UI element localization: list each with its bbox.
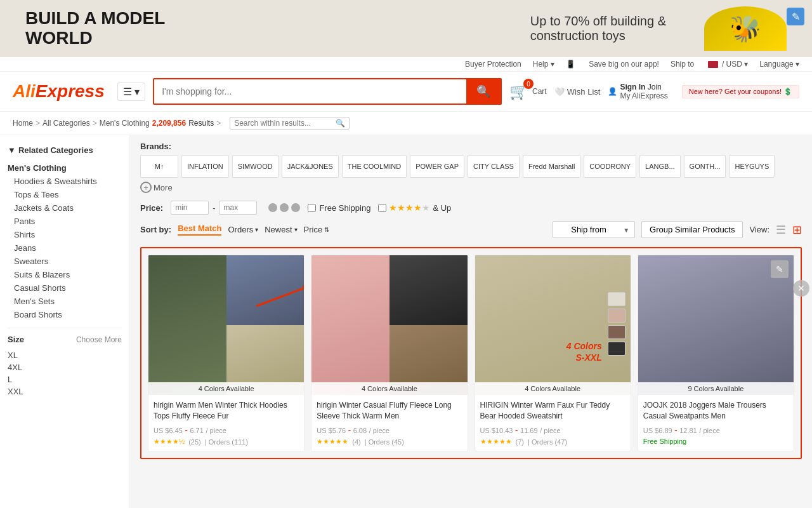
brand-button[interactable]: Fredd Marshall bbox=[523, 155, 580, 178]
slider-thumb-left[interactable] bbox=[268, 203, 277, 212]
sidebar-child-item[interactable]: Hoodies & Sweatshirts bbox=[8, 175, 122, 188]
brand-button[interactable]: THE COOLMIND bbox=[342, 155, 407, 178]
brand-buttons: M↑INFLATIONSIMWOODJACK&JONESTHE COOLMIND… bbox=[140, 155, 775, 178]
ship-from-button[interactable]: Ship from bbox=[553, 221, 635, 238]
slider-thumb-right[interactable] bbox=[291, 203, 300, 212]
search-within-icon[interactable]: 🔍 bbox=[336, 119, 345, 128]
star-checkbox[interactable] bbox=[378, 204, 386, 212]
breadcrumb-category[interactable]: Men's Clothing bbox=[100, 119, 150, 128]
sidebar-child-item[interactable]: Board Shorts bbox=[8, 308, 122, 321]
sort-newest[interactable]: Newest ▾ bbox=[265, 225, 297, 234]
sidebar-child-item[interactable]: Sweaters bbox=[8, 255, 122, 268]
sidebar-child-item[interactable]: Pants bbox=[8, 215, 122, 228]
my-aliexpress-link[interactable]: My AliExpress bbox=[620, 91, 667, 100]
group-products-button[interactable]: Group Similar Products bbox=[641, 221, 743, 238]
edit-overlay-button[interactable]: ✎ bbox=[771, 260, 789, 278]
size-item[interactable]: 4XL bbox=[8, 361, 122, 373]
sign-in-link[interactable]: Sign In bbox=[620, 83, 645, 91]
sidebar-child-item[interactable]: Shirts bbox=[8, 228, 122, 241]
view-list-button[interactable]: ☰ bbox=[776, 223, 786, 237]
sidebar-child-item[interactable]: Casual Shorts bbox=[8, 281, 122, 295]
brand-button[interactable]: JACK&JONES bbox=[282, 155, 339, 178]
ship-to-selector[interactable]: Ship to / USD ▾ bbox=[671, 60, 748, 69]
breadcrumb-home[interactable]: Home bbox=[13, 119, 33, 128]
brand-button[interactable]: M↑ bbox=[140, 155, 178, 178]
free-shipping-checkbox[interactable] bbox=[308, 204, 316, 212]
wishlist-label: Wish List bbox=[567, 87, 601, 97]
sidebar: ▼ Related Categories Men's Clothing Hood… bbox=[0, 135, 130, 508]
color-swatches bbox=[608, 292, 625, 358]
brand-button[interactable]: POWER GAP bbox=[410, 155, 464, 178]
search-button[interactable]: 🔍 bbox=[466, 79, 501, 104]
brand-button[interactable]: INFLATION bbox=[181, 155, 229, 178]
product-image-wrap: → 4 Colors Available bbox=[148, 255, 304, 395]
brand-button[interactable]: HEYGUYS bbox=[729, 155, 775, 178]
product-card[interactable]: 9 Colors Available ✎ JOOJK 2018 Joggers … bbox=[638, 255, 794, 451]
menu-button[interactable]: ☰ ▾ bbox=[117, 83, 145, 101]
sidebar-child-item[interactable]: Men's Sets bbox=[8, 295, 122, 308]
sort-best-match[interactable]: Best Match bbox=[178, 224, 221, 236]
category-parent[interactable]: Men's Clothing bbox=[8, 161, 122, 175]
free-shipping-tag: Free Shipping bbox=[643, 438, 687, 445]
brand-button[interactable]: COODRONY bbox=[584, 155, 636, 178]
brand-button[interactable]: CITY CLASS bbox=[468, 155, 520, 178]
breadcrumb-all-categories[interactable]: All Categories bbox=[43, 119, 90, 128]
coupon-bar[interactable]: New here? Get your coupons! 💲 bbox=[682, 85, 799, 98]
sort-orders[interactable]: Orders ▾ bbox=[228, 225, 258, 234]
swatch-2[interactable] bbox=[608, 309, 625, 323]
sidebar-child-item[interactable]: Jeans bbox=[8, 241, 122, 255]
buyer-protection[interactable]: Buyer Protection bbox=[465, 60, 521, 69]
content-area: Brands: M↑INFLATIONSIMWOODJACK&JONESTHE … bbox=[130, 135, 812, 508]
language-selector[interactable]: Language ▾ bbox=[759, 60, 799, 69]
sidebar-child-item[interactable]: Jackets & Coats bbox=[8, 201, 122, 215]
product-img-2 bbox=[226, 255, 304, 325]
banner-edit-button[interactable]: ✎ bbox=[787, 8, 804, 25]
product-card[interactable]: 4 Colors Available hirigin Winter Casual… bbox=[311, 255, 468, 451]
wishlist-area[interactable]: 🤍 Wish List bbox=[554, 87, 601, 97]
free-shipping-filter[interactable]: Free Shipping bbox=[308, 203, 370, 213]
size-item[interactable]: XXL bbox=[8, 385, 122, 398]
size-item[interactable]: L bbox=[8, 373, 122, 385]
slider-thumb-mid[interactable] bbox=[280, 203, 289, 212]
swatch-3[interactable] bbox=[608, 325, 625, 339]
close-panel-button[interactable]: ✕ bbox=[793, 280, 809, 297]
free-shipping-label: Free Shipping bbox=[319, 203, 370, 213]
orders-arrow-icon: ▾ bbox=[255, 226, 258, 233]
sidebar-child-item[interactable]: Suits & Blazers bbox=[8, 268, 122, 281]
product-info: HIRIGIN Winter Warm Faux Fur Teddy Bear … bbox=[475, 395, 631, 451]
review-count: (7) bbox=[516, 438, 524, 446]
product-card[interactable]: → 4 Colors Available hirigin Warm Men Wi… bbox=[148, 255, 304, 451]
brand-button[interactable]: GONTH... bbox=[684, 155, 726, 178]
main-layout: ▼ Related Categories Men's Clothing Hood… bbox=[0, 135, 812, 508]
size-item[interactable]: XL bbox=[8, 349, 122, 361]
search-within-bar: 🔍 bbox=[230, 117, 350, 130]
cart-area[interactable]: 🛒0 Cart bbox=[509, 83, 547, 100]
newest-arrow-icon: ▾ bbox=[294, 226, 298, 233]
more-brands-button[interactable]: + More bbox=[140, 182, 173, 193]
search-within-input[interactable] bbox=[234, 119, 336, 128]
price-min-input[interactable] bbox=[171, 201, 209, 215]
product-card[interactable]: 4 ColorsS-XXL 4 Colors Available HIRIGIN… bbox=[475, 255, 631, 451]
price-max-input[interactable] bbox=[219, 201, 257, 215]
star-rating-filter[interactable]: ★★★★★ & Up bbox=[378, 203, 451, 213]
banner-image: 🐝 bbox=[704, 6, 787, 51]
sort-price[interactable]: Price ⇅ bbox=[304, 225, 330, 234]
star-rating: ★★★★★ bbox=[480, 438, 512, 446]
brand-button[interactable]: SIMWOOD bbox=[232, 155, 278, 178]
product-title: hirigin Warm Men Winter Thick Hoodies To… bbox=[154, 400, 299, 422]
star-rating: ★★★★½ bbox=[154, 438, 185, 446]
plus-icon: + bbox=[140, 182, 152, 193]
app-promo[interactable]: 📱 Save big on our app! bbox=[566, 60, 659, 69]
sidebar-child-item[interactable]: Tops & Tees bbox=[8, 188, 122, 201]
swatch-1[interactable] bbox=[608, 292, 625, 306]
price-slider[interactable] bbox=[268, 203, 300, 212]
product-title: JOOJK 2018 Joggers Male Trousers Casual … bbox=[643, 400, 789, 422]
brand-button[interactable]: LANGB... bbox=[639, 155, 680, 178]
choose-more-link[interactable]: Choose More bbox=[76, 335, 122, 344]
join-link[interactable]: Join bbox=[648, 83, 662, 91]
swatch-4[interactable] bbox=[608, 342, 625, 356]
help-menu[interactable]: Help ▾ bbox=[533, 60, 554, 69]
search-input[interactable] bbox=[154, 81, 466, 102]
view-grid-button[interactable]: ⊞ bbox=[792, 223, 802, 237]
related-categories-title: ▼ Related Categories bbox=[8, 145, 122, 155]
